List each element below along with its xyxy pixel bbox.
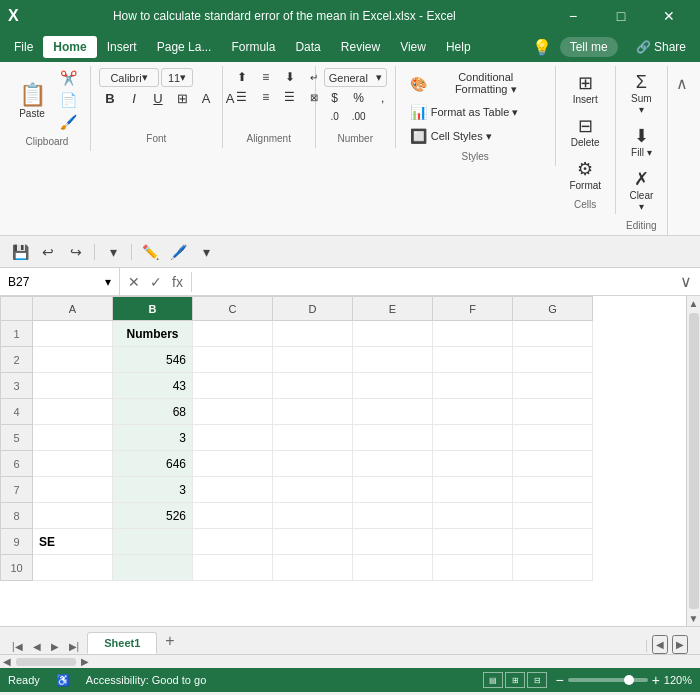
cell-c6[interactable] — [193, 451, 273, 477]
cell-g7[interactable] — [513, 477, 593, 503]
sheet-tab-sheet1[interactable]: Sheet1 — [87, 632, 157, 654]
cell-f7[interactable] — [433, 477, 513, 503]
tell-me-box[interactable]: Tell me — [560, 37, 618, 57]
cell-e7[interactable] — [353, 477, 433, 503]
bold-button[interactable]: B — [99, 89, 121, 108]
col-f-header[interactable]: F — [433, 297, 513, 321]
align-left-button[interactable]: ☰ — [231, 88, 253, 106]
cell-e2[interactable] — [353, 347, 433, 373]
minimize-button[interactable]: − — [550, 0, 596, 32]
cell-f2[interactable] — [433, 347, 513, 373]
italic-button[interactable]: I — [123, 89, 145, 108]
copy-button[interactable]: 📄 — [54, 90, 82, 110]
col-a-header[interactable]: A — [33, 297, 113, 321]
menu-insert[interactable]: Insert — [97, 36, 147, 58]
horizontal-scrollbar[interactable]: ◀ ▶ — [0, 654, 700, 668]
cell-d2[interactable] — [273, 347, 353, 373]
touch-mode-button[interactable]: ✏️ — [138, 240, 162, 264]
cell-d4[interactable] — [273, 399, 353, 425]
scroll-next-sheet-button[interactable]: ▶ — [47, 639, 63, 654]
cell-g8[interactable] — [513, 503, 593, 529]
cell-f9[interactable] — [433, 529, 513, 555]
cell-e1[interactable] — [353, 321, 433, 347]
cell-b1[interactable]: Numbers — [113, 321, 193, 347]
cell-b5[interactable]: 3 — [113, 425, 193, 451]
cell-a9[interactable]: SE — [33, 529, 113, 555]
format-painter-button[interactable]: 🖌️ — [54, 112, 82, 132]
cell-c8[interactable] — [193, 503, 273, 529]
cell-f5[interactable] — [433, 425, 513, 451]
scroll-sheets-right-button[interactable]: ▶ — [672, 635, 688, 654]
cell-f6[interactable] — [433, 451, 513, 477]
cell-e10[interactable] — [353, 555, 433, 581]
font-name-dropdown[interactable]: Calibri ▾ — [99, 68, 159, 87]
cell-a7[interactable] — [33, 477, 113, 503]
cell-a5[interactable] — [33, 425, 113, 451]
cell-e6[interactable] — [353, 451, 433, 477]
currency-button[interactable]: $ — [324, 89, 346, 107]
normal-view-button[interactable]: ▤ — [483, 672, 503, 688]
cell-g5[interactable] — [513, 425, 593, 451]
formula-input[interactable] — [192, 268, 672, 295]
undo-button[interactable]: ↩ — [36, 240, 60, 264]
cell-c4[interactable] — [193, 399, 273, 425]
increase-decimal-button[interactable]: .00 — [348, 109, 370, 124]
close-button[interactable]: ✕ — [646, 0, 692, 32]
insert-function-button[interactable]: fx — [168, 272, 187, 292]
cell-b9[interactable] — [113, 529, 193, 555]
menu-home[interactable]: Home — [43, 36, 96, 58]
menu-review[interactable]: Review — [331, 36, 390, 58]
underline-button[interactable]: U — [147, 89, 169, 108]
cell-g9[interactable] — [513, 529, 593, 555]
formula-expand-button[interactable]: ∨ — [672, 272, 700, 291]
cell-g2[interactable] — [513, 347, 593, 373]
cell-styles-button[interactable]: 🔲 Cell Styles ▾ — [404, 125, 547, 147]
share-button[interactable]: 🔗 Share — [626, 36, 696, 58]
conditional-formatting-button[interactable]: 🎨 Conditional Formatting ▾ — [404, 68, 547, 99]
cell-e4[interactable] — [353, 399, 433, 425]
draw-button[interactable]: 🖊️ — [166, 240, 190, 264]
menu-pagelayout[interactable]: Page La... — [147, 36, 222, 58]
col-e-header[interactable]: E — [353, 297, 433, 321]
page-layout-view-button[interactable]: ⊞ — [505, 672, 525, 688]
menu-data[interactable]: Data — [285, 36, 330, 58]
number-format-dropdown[interactable]: General ▾ — [324, 68, 387, 87]
scroll-thumb[interactable] — [689, 313, 699, 609]
cell-c10[interactable] — [193, 555, 273, 581]
cell-d9[interactable] — [273, 529, 353, 555]
scroll-prev-sheet-button[interactable]: ◀ — [29, 639, 45, 654]
name-box[interactable]: B27 ▾ — [0, 268, 120, 295]
menu-file[interactable]: File — [4, 36, 43, 58]
cell-a4[interactable] — [33, 399, 113, 425]
cell-a1[interactable] — [33, 321, 113, 347]
cell-c9[interactable] — [193, 529, 273, 555]
cell-a6[interactable] — [33, 451, 113, 477]
font-size-dropdown[interactable]: 11 ▾ — [161, 68, 193, 87]
cut-button[interactable]: ✂️ — [54, 68, 82, 88]
comma-button[interactable]: , — [372, 89, 394, 107]
cell-b3[interactable]: 43 — [113, 373, 193, 399]
scroll-last-sheet-button[interactable]: ▶| — [65, 639, 84, 654]
menu-view[interactable]: View — [390, 36, 436, 58]
col-d-header[interactable]: D — [273, 297, 353, 321]
cell-b6[interactable]: 646 — [113, 451, 193, 477]
format-as-table-button[interactable]: 📊 Format as Table ▾ — [404, 101, 547, 123]
align-top-button[interactable]: ⬆ — [231, 68, 253, 86]
cell-f1[interactable] — [433, 321, 513, 347]
cell-e9[interactable] — [353, 529, 433, 555]
confirm-formula-button[interactable]: ✓ — [146, 272, 166, 292]
page-break-view-button[interactable]: ⊟ — [527, 672, 547, 688]
more-qa-button[interactable]: ▾ — [194, 240, 218, 264]
cell-d8[interactable] — [273, 503, 353, 529]
cell-d1[interactable] — [273, 321, 353, 347]
cell-e8[interactable] — [353, 503, 433, 529]
zoom-thumb[interactable] — [624, 675, 634, 685]
h-scroll-thumb[interactable] — [16, 658, 76, 666]
scroll-sheets-left-button[interactable]: ◀ — [652, 635, 668, 654]
delete-button[interactable]: ⊟ Delete — [565, 111, 606, 152]
paste-button[interactable]: 📋 Paste — [12, 78, 52, 123]
vertical-scrollbar[interactable]: ▲ ▼ — [686, 296, 700, 626]
zoom-out-button[interactable]: − — [555, 672, 563, 688]
cell-b10[interactable] — [113, 555, 193, 581]
cell-c1[interactable] — [193, 321, 273, 347]
